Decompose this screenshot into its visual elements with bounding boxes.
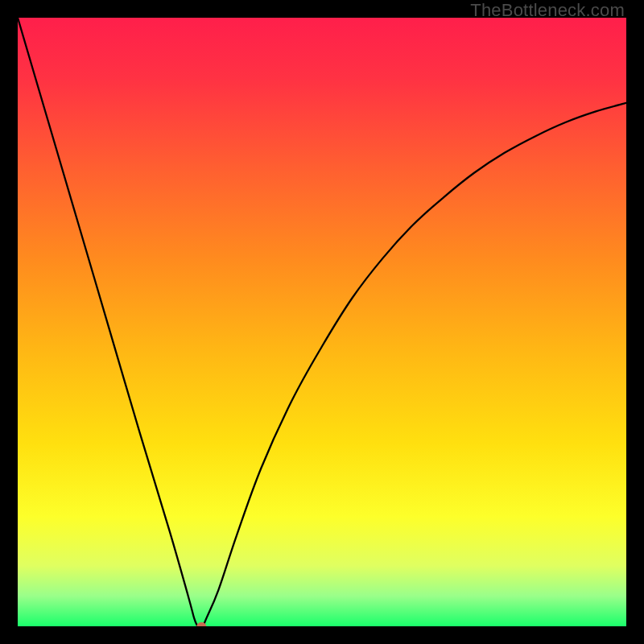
watermark-text: TheBottleneck.com [470,0,625,21]
outer-frame: TheBottleneck.com [0,0,644,644]
curve-right-branch [204,103,626,625]
curve-left-branch [18,18,197,625]
bottleneck-curve [18,18,626,626]
plot-area [18,18,626,626]
